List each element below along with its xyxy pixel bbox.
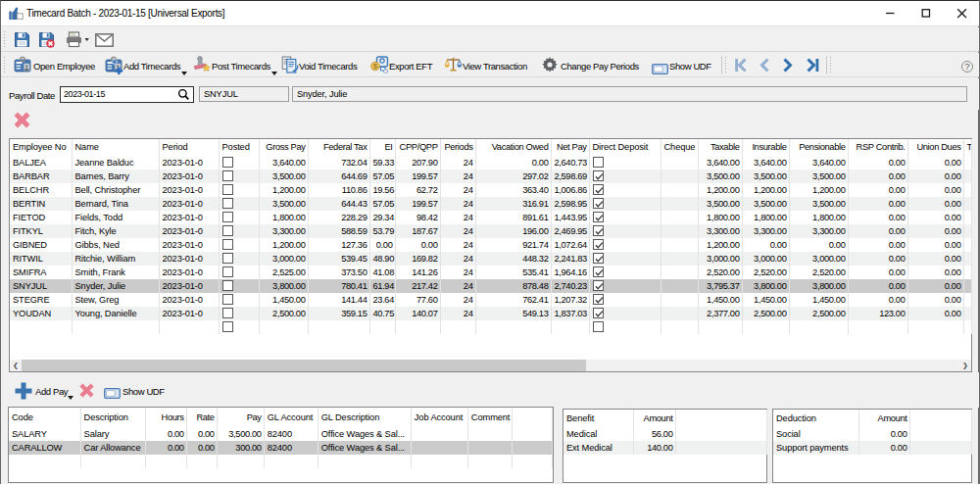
svg-text:$: $ <box>373 62 378 71</box>
